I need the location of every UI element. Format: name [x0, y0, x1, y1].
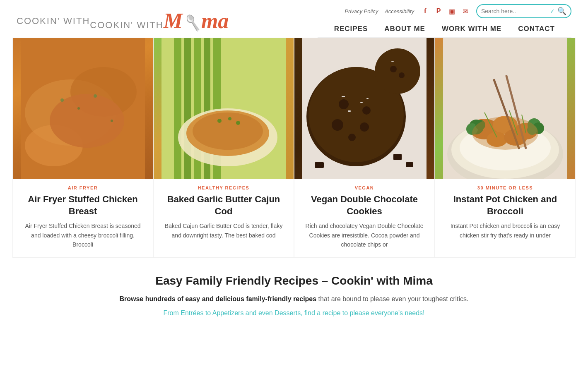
card-image-1 [13, 38, 153, 179]
card-title-1: Air Fryer Stuffed Chicken Breast [21, 194, 145, 217]
card-image-3 [294, 38, 434, 179]
social-icons: f P ▣ ✉ [421, 7, 470, 16]
card-title-2: Baked Garlic Butter Cajun Cod [162, 194, 285, 217]
bottom-heading: Easy Family Friendly Recipes – Cookin' w… [33, 274, 555, 288]
card-category-4: 30 MINUTE OR LESS [443, 185, 567, 190]
bottom-bold: Browse hundreds of easy and delicious fa… [119, 295, 316, 302]
svg-point-7 [94, 94, 97, 98]
svg-rect-31 [360, 102, 363, 103]
card-desc-4: Instant Pot chicken and broccoli is an e… [443, 221, 567, 240]
card-image-2 [154, 38, 294, 179]
recipe-card-4[interactable]: 30 MINUTE OR LESS Instant Pot Chicken an… [435, 38, 576, 258]
svg-point-39 [399, 72, 405, 78]
search-input[interactable] [481, 8, 547, 14]
recipe-cards-grid: AIR FRYER Air Fryer Stuffed Chicken Brea… [12, 38, 576, 258]
svg-point-6 [77, 107, 80, 110]
svg-point-38 [390, 66, 397, 72]
svg-point-20 [228, 117, 231, 120]
bottom-line2-text: From Entrées to Appetizers and even Dess… [164, 309, 425, 316]
recipe-card-3[interactable]: VEGAN Vegan Double Chocolate Cookies Ric… [294, 38, 435, 258]
card-title-3: Vegan Double Chocolate Cookies [303, 194, 426, 217]
search-button[interactable]: 🔍 [557, 7, 566, 16]
bottom-line1: Browse hundreds of easy and delicious fa… [33, 293, 555, 304]
recipe-card-2[interactable]: HEALTHY RECIPES Baked Garlic Butter Caju… [153, 38, 294, 258]
nav-about[interactable]: ABOUT ME [384, 25, 425, 33]
svg-rect-34 [393, 154, 402, 160]
privacy-policy-link[interactable]: Privacy Policy [345, 8, 378, 14]
svg-point-27 [332, 119, 343, 131]
svg-point-37 [375, 48, 420, 94]
bottom-section: Easy Family Friendly Recipes – Cookin' w… [0, 258, 588, 337]
svg-point-18 [193, 113, 263, 150]
card-category-3: VEGAN [303, 185, 426, 190]
card-title-4: Instant Pot Chicken and Broccoli [443, 194, 567, 217]
card-body-3: VEGAN Vegan Double Chocolate Cookies Ric… [294, 179, 434, 257]
svg-point-8 [111, 120, 113, 122]
card-image-svg-2 [154, 38, 294, 179]
svg-point-21 [236, 121, 240, 125]
svg-point-29 [348, 134, 356, 141]
chevron-down-icon: ✓ [550, 8, 555, 14]
card-body-2: HEALTHY RECIPES Baked Garlic Butter Caju… [154, 179, 294, 257]
svg-point-28 [360, 122, 369, 132]
nav-work[interactable]: WORK WITH ME [442, 25, 501, 33]
card-image-svg-4 [435, 38, 575, 179]
bottom-line1-rest: that are bound to please even your tough… [316, 295, 468, 302]
card-desc-2: Baked Cajun Garlic Butter Cod is tender,… [162, 221, 285, 240]
header-utils: Privacy Policy Accessibility f P ▣ ✉ ✓ 🔍 [345, 4, 571, 18]
card-category-1: AIR FRYER [21, 185, 145, 190]
svg-point-19 [217, 119, 222, 123]
card-image-4 [435, 38, 575, 179]
card-desc-1: Air Fryer Stuffed Chicken Breast is seas… [21, 221, 145, 249]
card-body-4: 30 MINUTE OR LESS Instant Pot Chicken an… [435, 179, 575, 257]
svg-rect-32 [348, 110, 351, 112]
card-category-2: HEALTHY RECIPES [162, 185, 285, 190]
svg-point-58 [472, 117, 538, 150]
email-icon[interactable]: ✉ [460, 7, 470, 16]
svg-rect-36 [315, 162, 324, 168]
svg-rect-30 [342, 96, 345, 97]
card-body-1: AIR FRYER Air Fryer Stuffed Chicken Brea… [13, 179, 153, 257]
facebook-icon[interactable]: f [421, 7, 430, 16]
logo-prefix: COOKIN' WITH [17, 16, 90, 26]
recipe-card-1[interactable]: AIR FRYER Air Fryer Stuffed Chicken Brea… [12, 38, 153, 258]
logo-mima: COOKIN' WITHM🥄ma [90, 10, 229, 32]
header-right: Privacy Policy Accessibility f P ▣ ✉ ✓ 🔍… [318, 4, 571, 38]
svg-point-26 [362, 106, 371, 115]
svg-point-25 [339, 99, 349, 109]
svg-rect-12 [184, 38, 191, 179]
nav-contact[interactable]: CONTACT [518, 25, 555, 33]
card-image-svg-1 [13, 38, 153, 179]
main-nav: RECIPES ABOUT ME WORK WITH ME CONTACT [318, 21, 571, 38]
svg-rect-40 [391, 61, 394, 62]
instagram-icon[interactable]: ▣ [447, 7, 456, 16]
accessibility-link[interactable]: Accessibility [385, 8, 414, 14]
card-image-svg-3 [294, 38, 434, 179]
svg-point-5 [60, 98, 64, 102]
bottom-line2: From Entrées to Appetizers and even Dess… [33, 307, 555, 319]
svg-rect-11 [174, 38, 181, 179]
search-bar: ✓ 🔍 [476, 4, 571, 18]
svg-rect-33 [366, 98, 369, 99]
nav-recipes[interactable]: RECIPES [334, 25, 368, 33]
logo[interactable]: COOKIN' WITH COOKIN' WITHM🥄ma [17, 10, 229, 32]
header: COOKIN' WITH COOKIN' WITHM🥄ma Privacy Po… [0, 0, 588, 38]
card-desc-3: Rich and chocolatey Vegan Double Chocola… [303, 221, 426, 249]
pinterest-icon[interactable]: P [434, 7, 443, 16]
svg-rect-35 [406, 162, 413, 167]
